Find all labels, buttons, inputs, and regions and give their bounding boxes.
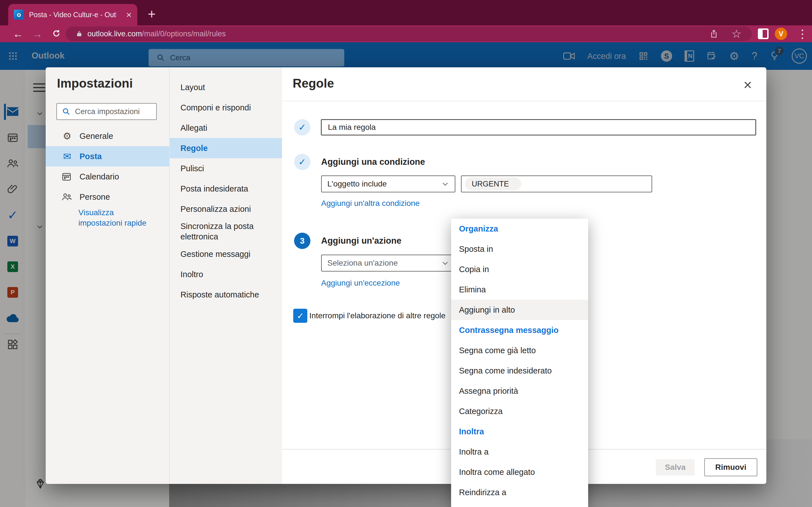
panel-divider	[282, 101, 766, 101]
subnav-sincronizza[interactable]: Sincronizza la posta elettronica	[170, 219, 282, 244]
step3-number: 3	[294, 233, 310, 249]
calendar-icon	[61, 172, 73, 182]
close-icon[interactable]: ×	[739, 76, 757, 94]
add-condition-link[interactable]: Aggiungi un'altra condizione	[321, 199, 419, 208]
url-host: outlook.live.com	[87, 30, 142, 38]
action-select-placeholder: Seleziona un'azione	[327, 259, 398, 268]
tab-close-icon[interactable]: ×	[126, 10, 132, 19]
subnav-regole[interactable]: Regole	[170, 138, 282, 158]
settings-search-input[interactable]: Cerca impostazioni	[56, 103, 157, 120]
add-exception-link[interactable]: Aggiungi un'eccezione	[321, 279, 400, 288]
menu-item-inoltra-a[interactable]: Inoltra a	[451, 442, 588, 462]
browser-toolbar: ← → outlook.live.com /mail/0/options/mai…	[0, 25, 812, 42]
menu-header-contrassegna: Contrassegna messaggio	[451, 320, 588, 340]
subnav-risposte-automatiche[interactable]: Risposte automatiche	[170, 284, 282, 305]
category-label: Persone	[80, 192, 110, 202]
menu-item-elimina[interactable]: Elimina	[451, 279, 588, 300]
settings-category-calendario[interactable]: Calendario	[46, 166, 169, 187]
settings-search-placeholder: Cerca impostazioni	[75, 107, 140, 116]
tab-title: Posta - Video Cultur-e - Outloo	[29, 11, 116, 19]
stop-processing-label: Interrompi l'elaborazione di altre regol…	[309, 310, 446, 321]
lock-icon	[75, 30, 83, 38]
menu-item-inoltra-come-allegato[interactable]: Inoltra come allegato	[451, 462, 588, 482]
subnav-posta-indesiderata[interactable]: Posta indesiderata	[170, 179, 282, 199]
new-tab-button[interactable]: +	[148, 6, 156, 22]
menu-item-segna-gia-letto[interactable]: Segna come già letto	[451, 340, 588, 360]
menu-header-inoltra: Inoltra	[451, 421, 588, 442]
condition-tag[interactable]: URGENTE	[465, 177, 521, 190]
subnav-componi[interactable]: Componi e rispondi	[170, 98, 282, 118]
menu-item-copia-in[interactable]: Copia in	[451, 259, 588, 279]
settings-dialog: Impostazioni Cerca impostazioni ⚙ Genera…	[46, 67, 766, 484]
menu-item-assegna-priorita[interactable]: Assegna priorità	[451, 381, 588, 401]
url-path: /mail/0/options/mail/rules	[142, 30, 226, 38]
tag-label: URGENTE	[472, 180, 509, 188]
condition-value-input[interactable]: URGENTE	[461, 175, 652, 192]
settings-title: Impostazioni	[57, 76, 133, 91]
subnav-inoltro[interactable]: Inoltro	[170, 264, 282, 284]
menu-item-reindirizza-a[interactable]: Reindirizza a	[451, 482, 588, 503]
side-panel-icon[interactable]	[758, 29, 769, 39]
search-icon	[62, 107, 70, 116]
settings-category-generale[interactable]: ⚙ Generale	[46, 126, 169, 146]
category-label: Posta	[80, 152, 102, 161]
gear-icon: ⚙	[61, 130, 73, 142]
step2-check-icon: ✓	[294, 154, 310, 170]
rules-panel-title: Regole	[293, 76, 334, 91]
chevron-down-icon	[441, 259, 449, 267]
quick-settings-link[interactable]: Visualizza impostazioni rapide	[79, 207, 157, 228]
menu-item-sposta-in[interactable]: Sposta in	[451, 239, 588, 259]
outlook-favicon-icon: o	[14, 10, 24, 20]
action-heading: Aggiungi un'azione	[321, 233, 402, 249]
stop-processing-checkbox[interactable]: ✓	[293, 309, 307, 323]
share-icon[interactable]	[709, 29, 718, 39]
rule-name-input[interactable]: La mia regola	[321, 119, 756, 135]
settings-sidebar: Impostazioni Cerca impostazioni ⚙ Genera…	[46, 67, 169, 484]
mail-icon: ✉	[61, 151, 73, 162]
menu-item-categorizza[interactable]: Categorizza	[451, 401, 588, 421]
condition-select[interactable]: L'oggetto include	[321, 175, 455, 192]
address-bar[interactable]: outlook.live.com /mail/0/options/mail/ru…	[65, 26, 752, 41]
settings-category-persone[interactable]: Persone	[46, 187, 169, 207]
chevron-down-icon	[441, 180, 449, 188]
browser-profile-avatar[interactable]: V	[775, 27, 787, 40]
browser-tab-bar: o Posta - Video Cultur-e - Outloo × +	[0, 0, 812, 25]
remove-button[interactable]: Rimuovi	[704, 458, 757, 476]
forward-icon[interactable]: →	[29, 25, 46, 42]
subnav-personalizza-azioni[interactable]: Personalizza azioni	[170, 199, 282, 219]
condition-select-value: L'oggetto include	[327, 179, 387, 188]
browser-menu-icon[interactable]: ⋮	[797, 25, 808, 42]
menu-item-aggiungi-in-alto[interactable]: Aggiungi in alto	[451, 300, 588, 320]
category-label: Generale	[80, 131, 113, 141]
menu-header-organizza: Organizza	[451, 219, 588, 239]
step1-check-icon: ✓	[294, 119, 310, 135]
settings-category-posta[interactable]: ✉ Posta	[46, 146, 169, 166]
back-icon[interactable]: ←	[10, 25, 27, 42]
subnav-layout[interactable]: Layout	[170, 77, 282, 98]
subnav-allegati[interactable]: Allegati	[170, 118, 282, 138]
reload-icon[interactable]	[48, 25, 65, 42]
browser-tab[interactable]: o Posta - Video Cultur-e - Outloo ×	[8, 4, 137, 25]
settings-subnav: Layout Componi e rispondi Allegati Regol…	[169, 67, 282, 484]
subnav-gestione-messaggi[interactable]: Gestione messaggi	[170, 244, 282, 264]
bookmark-star-icon[interactable]: ☆	[731, 27, 742, 40]
people-icon	[61, 192, 73, 202]
category-label: Calendario	[80, 172, 119, 181]
action-dropdown-menu: Organizza Sposta in Copia in Elimina Agg…	[451, 219, 588, 507]
screen: o Posta - Video Cultur-e - Outloo × + ← …	[0, 0, 812, 507]
subnav-pulisci[interactable]: Pulisci	[170, 158, 282, 179]
menu-item-segna-indesiderato[interactable]: Segna come indesiderato	[451, 360, 588, 381]
save-button[interactable]: Salva	[656, 459, 695, 475]
action-select[interactable]: Seleziona un'azione	[321, 255, 455, 272]
condition-heading: Aggiungi una condizione	[321, 154, 425, 170]
